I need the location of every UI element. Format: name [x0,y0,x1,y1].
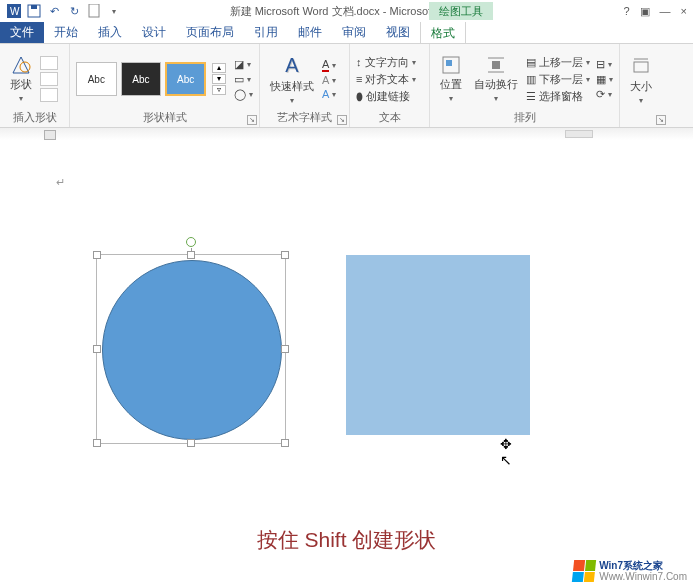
tab-mailings[interactable]: 邮件 [288,21,332,43]
close-button[interactable]: × [681,0,687,22]
group-arrange: 位置▾ 自动换行▾ ▤上移一层▾ ▥下移一层▾ ☰选择窗格 ⊟▾ ▦▾ ⟳▾ 排… [430,44,620,127]
shape-square[interactable] [346,255,530,435]
rotate-handle[interactable] [186,237,196,247]
text-effects-button[interactable]: A▾ [322,88,336,100]
instruction-caption: 按住 Shift 创建形状 [0,526,693,554]
align-button[interactable]: ⊟▾ [596,58,613,71]
ruler-right-marker[interactable] [565,130,593,138]
window-controls: ? ▣ — × [623,0,687,22]
document-canvas[interactable]: ↵ ✥↖ 按住 Shift 创建形状 Win7系统之家 Www.Winwin7.… [0,128,693,584]
svg-rect-9 [492,61,500,69]
ribbon-display-button[interactable]: ▣ [640,0,650,22]
edit-shape-button[interactable] [40,56,58,70]
size-dialog-launcher[interactable]: ↘ [656,115,666,125]
shape-effects-button[interactable]: ◯▾ [234,88,253,101]
shape-fill-button[interactable]: ◪▾ [234,58,253,71]
size-icon [631,57,651,77]
resize-handle-n[interactable] [187,251,195,259]
minimize-button[interactable]: — [660,0,671,22]
position-button[interactable]: 位置▾ [436,53,466,105]
paragraph-mark: ↵ [56,176,65,189]
ruler-indent-marker[interactable] [44,130,56,140]
shapes-button[interactable]: 形状 ▾ [6,53,36,105]
shapes-label: 形状 [10,77,32,92]
group-button[interactable]: ▦▾ [596,73,613,86]
group-insert-shape: 形状 ▾ 插入形状 [0,44,70,127]
rotate-button[interactable]: ⟳▾ [596,88,613,101]
watermark: Win7系统之家 Www.Winwin7.Com [573,560,687,582]
link-icon: ⬮ [356,90,363,103]
rotate-icon: ⟳ [596,88,605,101]
create-link-button[interactable]: ⬮创建链接 [356,89,416,104]
send-backward-icon: ▥ [526,73,536,86]
draw-textbox-button[interactable] [40,72,58,86]
shape-style-preset-1[interactable]: Abc [76,62,117,96]
tab-insert[interactable]: 插入 [88,21,132,43]
align-text-button[interactable]: ≡对齐文本▾ [356,72,416,87]
shape-outline-button[interactable]: ▭▾ [234,73,253,86]
resize-handle-se[interactable] [281,439,289,447]
shape-style-preset-3-selected[interactable]: Abc [165,62,206,96]
tab-home[interactable]: 开始 [44,21,88,43]
more-shapes-button[interactable] [40,88,58,102]
wrap-text-button[interactable]: 自动换行▾ [470,53,522,105]
new-doc-icon[interactable] [86,3,102,19]
effects-icon: ◯ [234,88,246,101]
resize-handle-e[interactable] [281,345,289,353]
selection-pane-button[interactable]: ☰选择窗格 [526,89,590,104]
tab-layout[interactable]: 页面布局 [176,21,244,43]
quick-styles-button[interactable]: A 快速样式 ▾ [266,52,318,107]
resize-handle-ne[interactable] [281,251,289,259]
outline-icon: ▭ [234,73,244,86]
qat-customize-icon[interactable]: ▾ [106,3,122,19]
undo-icon[interactable]: ↶ [46,3,62,19]
tab-references[interactable]: 引用 [244,21,288,43]
style-expand[interactable]: ▿ [212,85,226,95]
contextual-tab-label: 绘图工具 [429,2,493,20]
group-size: 大小▾ ↘ [620,44,668,127]
size-button[interactable]: 大小▾ [626,55,656,107]
text-fill-button[interactable]: A▾ [322,58,336,72]
resize-handle-sw[interactable] [93,439,101,447]
shape-circle-selected[interactable] [102,260,282,440]
word-icon[interactable]: W [6,3,22,19]
text-outline-button[interactable]: A▾ [322,74,336,86]
text-direction-button[interactable]: ↕文字方向▾ [356,55,416,70]
group-label-wordart: 艺术字样式 [266,110,343,125]
align-icon: ⊟ [596,58,605,71]
svg-point-6 [20,62,30,72]
style-gallery-nav: ▴ ▾ ▿ [212,63,226,95]
redo-icon[interactable]: ↻ [66,3,82,19]
svg-rect-12 [634,62,648,72]
quick-access-toolbar: W ↶ ↻ ▾ [0,3,122,19]
bring-forward-button[interactable]: ▤上移一层▾ [526,55,590,70]
shape-style-preset-2[interactable]: Abc [121,62,162,96]
group-text: ↕文字方向▾ ≡对齐文本▾ ⬮创建链接 文本 [350,44,430,127]
group-wordart-styles: A 快速样式 ▾ A▾ A▾ A▾ 艺术字样式 ↘ [260,44,350,127]
selection-pane-icon: ☰ [526,90,536,103]
save-icon[interactable] [26,3,42,19]
tab-design[interactable]: 设计 [132,21,176,43]
quick-styles-label: 快速样式 [270,79,314,94]
bring-forward-icon: ▤ [526,56,536,69]
help-button[interactable]: ? [623,0,629,22]
shape-styles-dialog-launcher[interactable]: ↘ [247,115,257,125]
watermark-line1: Win7系统之家 [599,560,687,571]
tab-file[interactable]: 文件 [0,21,44,43]
tab-view[interactable]: 视图 [376,21,420,43]
align-text-icon: ≡ [356,73,362,85]
position-icon [441,55,461,75]
style-scroll-down[interactable]: ▾ [212,74,226,84]
shapes-icon [11,55,31,75]
resize-handle-w[interactable] [93,345,101,353]
tab-review[interactable]: 审阅 [332,21,376,43]
send-backward-button[interactable]: ▥下移一层▾ [526,72,590,87]
style-scroll-up[interactable]: ▴ [212,63,226,73]
ribbon: 形状 ▾ 插入形状 Abc Abc Abc ▴ ▾ ▿ ◪▾ ▭▾ ◯▾ [0,44,693,128]
wordart-dialog-launcher[interactable]: ↘ [337,115,347,125]
resize-handle-s[interactable] [187,439,195,447]
wordart-a-icon: A [285,54,298,77]
tab-format[interactable]: 格式 [420,21,466,43]
resize-handle-nw[interactable] [93,251,101,259]
watermark-line2: Www.Winwin7.Com [599,571,687,582]
